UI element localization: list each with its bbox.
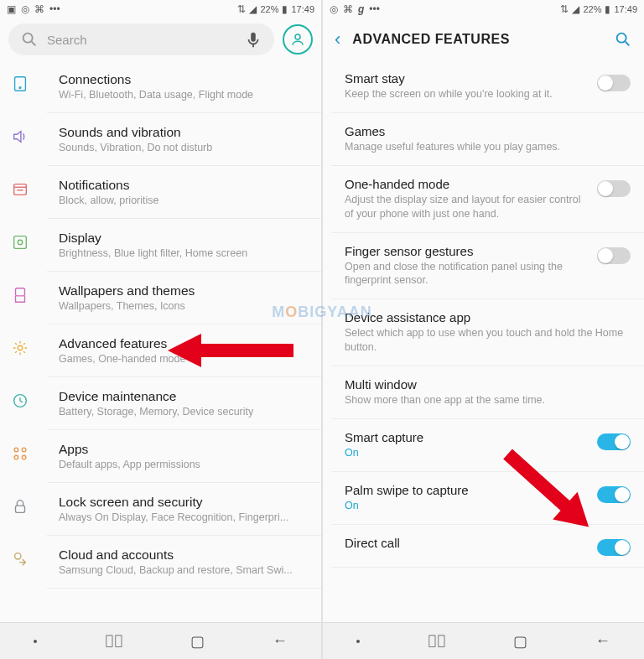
back-button[interactable]: ← (595, 632, 610, 650)
mic-icon[interactable] (244, 30, 262, 49)
battery-pct: 22% (583, 4, 601, 14)
toggle-switch[interactable] (597, 75, 631, 91)
more-icon: ••• (49, 3, 60, 15)
svg-line-1 (32, 42, 36, 46)
setting-item-apps[interactable]: Apps Default apps, App permissions (47, 430, 321, 483)
adv-item[interactable]: Multi window Show more than one app at t… (331, 366, 644, 419)
search-placeholder: Search (47, 33, 236, 47)
adv-item-subtitle: On (345, 446, 589, 460)
svg-rect-7 (14, 184, 27, 195)
search-row: Search (0, 18, 321, 60)
adv-item-subtitle: Open and close the notification panel us… (345, 260, 589, 288)
nav-dot (34, 640, 37, 643)
adv-item[interactable]: Palm swipe to capture On (331, 472, 644, 525)
svg-rect-10 (14, 236, 27, 249)
data-icon: ⇅ (237, 3, 246, 15)
signal-icon: ◢ (249, 3, 257, 15)
svg-point-16 (22, 448, 26, 452)
setting-title: Notifications (59, 178, 309, 193)
adv-item-subtitle: On (345, 499, 589, 513)
adv-item-subtitle: Adjust the display size and layout for e… (345, 193, 589, 221)
adv-item-subtitle: Show more than one app at the same time. (345, 393, 631, 407)
adv-item-title: Finger sensor gestures (345, 244, 589, 258)
adv-item[interactable]: Smart stay Keep the screen on while you'… (331, 60, 644, 113)
adv-item[interactable]: Finger sensor gestures Open and close th… (331, 233, 644, 300)
data-icon: ⇅ (560, 3, 569, 15)
setting-item-connections[interactable]: Connections Wi-Fi, Bluetooth, Data usage… (47, 60, 321, 113)
status-bar: ◎ ⌘ g ••• ⇅ ◢ 22% ▮ 17:49 (323, 0, 644, 18)
setting-title: Apps (59, 442, 309, 457)
setting-title: Connections (59, 72, 309, 87)
svg-rect-19 (16, 506, 25, 512)
battery-pct: 22% (260, 4, 278, 14)
adv-item-subtitle: Keep the screen on while you're looking … (345, 87, 589, 101)
signal-icon: ◢ (572, 3, 579, 15)
adv-item-title: Palm swipe to capture (345, 483, 589, 497)
adv-item[interactable]: Device assistance app Select which app t… (331, 299, 644, 366)
connections-icon (10, 74, 30, 94)
recent-apps-button[interactable]: ⌷⌷ (105, 632, 123, 650)
adv-item-title: One-handed mode (345, 177, 589, 191)
setting-item-wallpaper[interactable]: Wallpapers and themes Wallpapers, Themes… (47, 272, 321, 324)
setting-item-cloud[interactable]: Cloud and accounts Samsung Cloud, Backup… (47, 536, 321, 589)
nav-bar: ⌷⌷ ▢ ← (0, 622, 321, 659)
page-title: ADVANCED FEATURES (352, 32, 602, 47)
home-button[interactable]: ▢ (513, 632, 527, 651)
setting-item-maintenance[interactable]: Device maintenance Battery, Storage, Mem… (47, 377, 321, 430)
whatsapp-icon: ◎ (21, 3, 29, 15)
setting-item-lock[interactable]: Lock screen and security Always On Displ… (47, 483, 321, 536)
setting-subtitle: Brightness, Blue light filter, Home scre… (59, 247, 309, 259)
recent-apps-button[interactable]: ⌷⌷ (428, 632, 446, 650)
toggle-switch[interactable] (597, 486, 631, 503)
adv-item-title: Device assistance app (345, 310, 631, 324)
adv-item-title: Games (345, 124, 631, 138)
svg-point-4 (295, 34, 300, 39)
svg-point-0 (23, 34, 33, 43)
profile-button[interactable] (283, 24, 313, 54)
toggle-switch[interactable] (597, 180, 631, 197)
svg-point-17 (14, 455, 18, 459)
adv-item[interactable]: Smart capture On (331, 419, 644, 472)
setting-title: Sounds and vibration (59, 125, 309, 140)
status-time: 17:49 (614, 4, 637, 14)
wallpaper-icon (10, 285, 30, 305)
search-input[interactable]: Search (8, 23, 274, 55)
setting-subtitle: Block, allow, prioritise (59, 195, 309, 206)
svg-rect-2 (251, 33, 256, 42)
setting-subtitle: Default apps, App permissions (59, 459, 309, 470)
setting-item-advanced[interactable]: Advanced features Games, One-handed mode (47, 324, 321, 377)
toggle-switch[interactable] (597, 247, 631, 264)
status-time: 17:49 (291, 4, 314, 14)
svg-point-13 (18, 345, 23, 350)
adv-item[interactable]: Games Manage useful features while you p… (331, 113, 644, 166)
advanced-icon (10, 338, 30, 358)
toggle-switch[interactable] (597, 433, 631, 450)
lock-icon (10, 496, 30, 516)
setting-item-sound[interactable]: Sounds and vibration Sounds, Vibration, … (47, 113, 321, 166)
advanced-features-list: Smart stay Keep the screen on while you'… (323, 60, 644, 622)
sound-icon (10, 127, 30, 147)
toggle-switch[interactable] (597, 539, 631, 556)
setting-subtitle: Sounds, Vibration, Do not disturb (59, 142, 309, 153)
adv-item-title: Direct call (345, 536, 589, 550)
status-bar: ▣ ◎ ⌘ ••• ⇅ ◢ 22% ▮ 17:49 (0, 0, 321, 18)
svg-point-18 (22, 455, 26, 459)
display-icon (10, 232, 30, 252)
hangouts-icon: ⌘ (34, 3, 44, 15)
adv-item[interactable]: One-handed mode Adjust the display size … (331, 166, 644, 233)
setting-item-notifications[interactable]: Notifications Block, allow, prioritise (47, 166, 321, 219)
setting-subtitle: Samsung Cloud, Backup and restore, Smart… (59, 564, 309, 576)
setting-item-display[interactable]: Display Brightness, Blue light filter, H… (47, 219, 321, 272)
more-icon: ••• (369, 3, 380, 15)
setting-title: Wallpapers and themes (59, 283, 309, 298)
adv-item[interactable]: Direct call (331, 525, 644, 568)
search-icon[interactable] (614, 30, 632, 49)
back-button[interactable]: ← (273, 632, 288, 650)
app-icon: g (358, 3, 364, 15)
search-icon (20, 30, 39, 49)
advanced-features-screen: ◎ ⌘ g ••• ⇅ ◢ 22% ▮ 17:49 ‹ ADVANCED FEA… (323, 0, 644, 659)
back-icon[interactable]: ‹ (335, 29, 340, 50)
home-button[interactable]: ▢ (190, 632, 205, 651)
setting-title: Cloud and accounts (59, 547, 309, 563)
svg-point-6 (19, 87, 21, 89)
